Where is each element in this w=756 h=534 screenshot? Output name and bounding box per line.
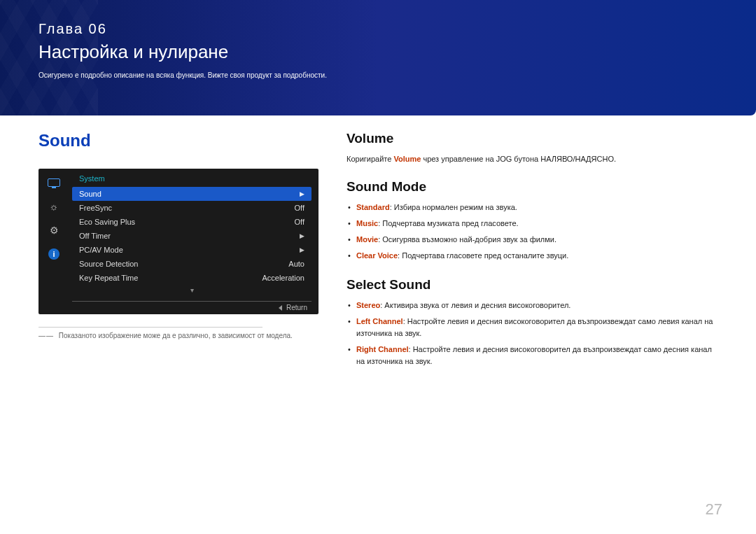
osd-row-label: Sound <box>79 190 102 198</box>
highlight-term: Right Channel <box>356 345 409 353</box>
osd-footer: Return <box>72 301 312 314</box>
gear-icon: ⚙ <box>46 223 62 237</box>
highlight-term: Clear Voice <box>356 251 398 260</box>
osd-row[interactable]: Sound▶ <box>72 187 312 201</box>
chapter-title: Настройка и нулиране <box>38 41 756 63</box>
text: Коригирайте <box>346 155 393 163</box>
highlight-term: Movie <box>356 235 378 244</box>
footnote: ―― Показаното изображение може да е разл… <box>38 332 318 339</box>
list-item-text: : Настройте левия и десния високоговорит… <box>356 317 713 337</box>
list-item-text: : Подчертава гласовете пред останалите з… <box>398 251 568 260</box>
osd-title: System <box>72 171 312 187</box>
list-item-text: : Подчертава музиката пред гласовете. <box>378 219 518 227</box>
osd-row-value: Off <box>295 218 304 226</box>
osd-row-value: Acceleration <box>262 274 304 282</box>
list-item: Clear Voice: Подчертава гласовете пред о… <box>348 250 718 262</box>
osd-row[interactable]: PC/AV Mode▶ <box>72 243 312 257</box>
osd-row-value: ▶ <box>300 232 304 239</box>
footnote-divider <box>38 327 262 328</box>
list-item-text: : Осигурява възможно най-добрия звук за … <box>378 235 556 244</box>
osd-row-label: PC/AV Mode <box>79 246 123 254</box>
osd-row-value: ▶ <box>300 190 304 197</box>
list-item: Standard: Избира нормален режим на звука… <box>348 202 718 213</box>
osd-row-label: FreeSync <box>79 204 112 212</box>
list-item-text: : Настройте левия и десния високоговорит… <box>356 345 712 365</box>
chapter-label: Глава 06 <box>38 21 756 37</box>
heading-sound-mode: Sound Mode <box>346 179 718 195</box>
osd-row-label: Source Detection <box>79 260 138 268</box>
osd-row[interactable]: Key Repeat TimeAcceleration <box>72 271 312 285</box>
chapter-subtitle: Осигурено е подробно описание на всяка ф… <box>38 71 756 79</box>
footnote-dash: ―― <box>38 332 54 339</box>
monitor-icon <box>46 176 62 190</box>
scroll-down-icon: ▾ <box>72 285 312 294</box>
footnote-text: Показаното изображение може да е различн… <box>59 332 293 339</box>
info-icon: i <box>46 247 62 261</box>
list-item: Movie: Осигурява възможно най-добрия зву… <box>348 234 718 246</box>
osd-sidebar: ☼ ⚙ i <box>38 169 69 298</box>
heading-select-sound: Select Sound <box>346 277 718 293</box>
heading-volume: Volume <box>346 131 718 146</box>
highlight-term: Music <box>356 219 378 227</box>
highlight-term: Standard <box>356 203 390 211</box>
osd-row[interactable]: Off Timer▶ <box>72 229 312 243</box>
brightness-icon: ☼ <box>46 199 62 213</box>
highlight-volume: Volume <box>393 155 421 163</box>
osd-row-value: Auto <box>288 260 304 268</box>
highlight-term: Stereo <box>356 301 380 309</box>
list-item: Left Channel: Настройте левия и десния в… <box>348 316 718 339</box>
osd-menu: ☼ ⚙ i System Sound▶FreeSyncOffEco Saving… <box>38 169 318 314</box>
list-item: Music: Подчертава музиката пред гласовет… <box>348 218 718 230</box>
text: чрез управление на JOG бутона НАЛЯВО/НАД… <box>421 155 616 163</box>
list-item: Right Channel: Настройте левия и десния … <box>348 344 718 367</box>
osd-row[interactable]: FreeSyncOff <box>72 201 312 215</box>
highlight-term: Left Channel <box>356 317 403 325</box>
list-item-text: : Избира нормален режим на звука. <box>390 203 517 211</box>
left-column: Sound ☼ ⚙ i System Sound▶FreeSyncOffEco … <box>38 131 318 383</box>
sound-mode-list: Standard: Избира нормален режим на звука… <box>346 202 718 262</box>
page-number: 27 <box>706 500 722 519</box>
volume-description: Коригирайте Volume чрез управление на JO… <box>346 153 718 165</box>
osd-row[interactable]: Eco Saving PlusOff <box>72 215 312 229</box>
return-label: Return <box>286 304 307 311</box>
chapter-banner: Глава 06 Настройка и нулиране Осигурено … <box>0 0 756 115</box>
osd-row-value: Off <box>295 204 304 212</box>
list-item-text: : Активира звука от левия и десния висок… <box>380 301 570 309</box>
section-heading-sound: Sound <box>38 131 318 150</box>
osd-row-label: Off Timer <box>79 232 111 240</box>
return-icon <box>279 305 282 311</box>
osd-row[interactable]: Source DetectionAuto <box>72 257 312 271</box>
osd-row-value: ▶ <box>300 246 304 253</box>
osd-row-label: Key Repeat Time <box>79 274 138 282</box>
select-sound-list: Stereo: Активира звука от левия и десния… <box>346 300 718 367</box>
osd-row-label: Eco Saving Plus <box>79 218 135 226</box>
right-column: Volume Коригирайте Volume чрез управлени… <box>346 131 718 383</box>
list-item: Stereo: Активира звука от левия и десния… <box>348 300 718 311</box>
